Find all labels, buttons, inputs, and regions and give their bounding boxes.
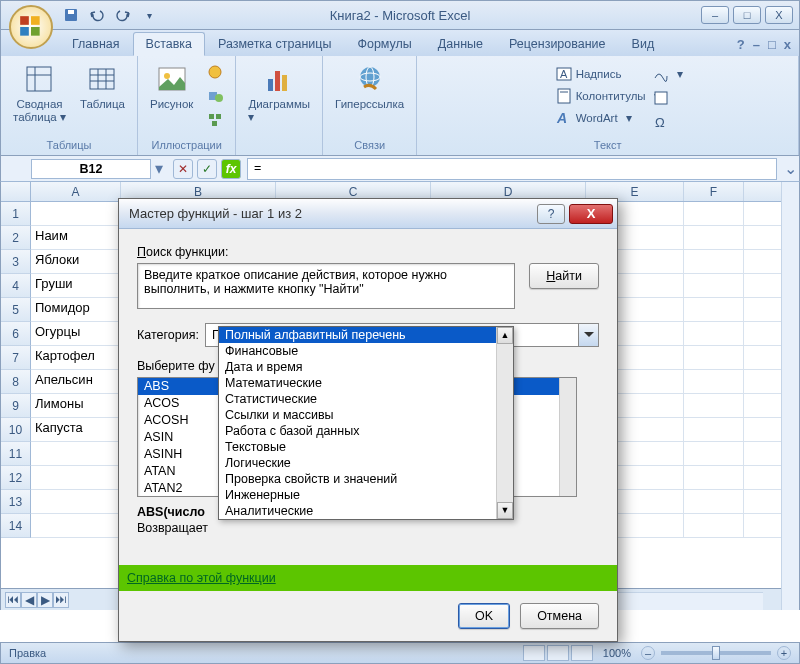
row-header-8[interactable]: 8 [1, 370, 31, 394]
symbol-button[interactable]: Ω [649, 112, 687, 132]
close-button[interactable]: X [765, 6, 793, 24]
row-header-3[interactable]: 3 [1, 250, 31, 274]
column-header-F[interactable]: F [684, 182, 744, 201]
formula-bar-expand-icon[interactable]: ⌄ [781, 159, 799, 178]
textbox-button[interactable]: AНадпись [552, 64, 664, 84]
insert-function-button[interactable]: fx [221, 159, 241, 179]
save-icon[interactable] [61, 5, 81, 25]
dropdown-item[interactable]: Математические [219, 375, 496, 391]
cell-F1[interactable] [684, 202, 744, 225]
dropdown-item[interactable]: Проверка свойств и значений [219, 471, 496, 487]
cell-A6[interactable]: Огурцы [31, 322, 121, 345]
cell-A7[interactable]: Картофел [31, 346, 121, 369]
search-input[interactable]: Введите краткое описание действия, котор… [137, 263, 515, 309]
dropdown-item[interactable]: Дата и время [219, 359, 496, 375]
object-button[interactable] [649, 88, 687, 108]
cell-F5[interactable] [684, 298, 744, 321]
office-button[interactable] [9, 5, 53, 49]
row-header-9[interactable]: 9 [1, 394, 31, 418]
dialog-titlebar[interactable]: Мастер функций - шаг 1 из 2 ? X [119, 199, 617, 229]
normal-view-button[interactable] [523, 645, 545, 661]
wordart-button[interactable]: AWordArt▾ [552, 108, 664, 128]
ok-button[interactable]: OK [458, 603, 510, 629]
category-dropdown[interactable]: Полный алфавитный переченьФинансовыеДата… [218, 326, 514, 520]
dropdown-item[interactable]: Финансовые [219, 343, 496, 359]
sheet-nav-prev[interactable]: ◀ [21, 592, 37, 608]
sheet-nav-last[interactable]: ⏭ [53, 592, 69, 608]
ribbon-tab-2[interactable]: Разметка страницы [205, 32, 344, 56]
cell-A10[interactable]: Капуста [31, 418, 121, 441]
formula-cancel-button[interactable]: ✕ [173, 159, 193, 179]
dropdown-item[interactable]: Логические [219, 455, 496, 471]
chevron-down-icon[interactable] [578, 324, 598, 346]
ribbon-tab-6[interactable]: Вид [619, 32, 668, 56]
scroll-up-icon[interactable]: ▲ [497, 327, 513, 344]
cell-F8[interactable] [684, 370, 744, 393]
sheet-nav-next[interactable]: ▶ [37, 592, 53, 608]
cancel-button[interactable]: Отмена [520, 603, 599, 629]
cell-F7[interactable] [684, 346, 744, 369]
cell-A4[interactable]: Груши [31, 274, 121, 297]
pivot-table-button[interactable]: Своднаятаблица ▾ [9, 60, 70, 125]
sheet-nav-first[interactable]: ⏮ [5, 592, 21, 608]
undo-icon[interactable] [87, 5, 107, 25]
name-box[interactable]: B12 [31, 159, 151, 179]
hyperlink-button[interactable]: Гиперссылка [331, 60, 408, 112]
ribbon-tab-5[interactable]: Рецензирование [496, 32, 619, 56]
cell-A12[interactable] [31, 466, 121, 489]
cell-F4[interactable] [684, 274, 744, 297]
dropdown-item[interactable]: Инженерные [219, 487, 496, 503]
cell-A1[interactable] [31, 202, 121, 225]
page-layout-view-button[interactable] [547, 645, 569, 661]
ribbon-help-icon[interactable]: ? [737, 37, 745, 52]
row-header-14[interactable]: 14 [1, 514, 31, 538]
cell-A5[interactable]: Помидор [31, 298, 121, 321]
row-header-4[interactable]: 4 [1, 274, 31, 298]
scroll-down-icon[interactable]: ▼ [497, 502, 513, 519]
zoom-grip[interactable] [712, 646, 720, 660]
ribbon-tab-1[interactable]: Вставка [133, 32, 205, 56]
picture-button[interactable]: Рисунок [146, 60, 197, 112]
maximize-button[interactable]: □ [733, 6, 761, 24]
ribbon-tab-3[interactable]: Формулы [344, 32, 424, 56]
cell-F11[interactable] [684, 442, 744, 465]
cell-A13[interactable] [31, 490, 121, 513]
table-button[interactable]: Таблица [76, 60, 129, 112]
cell-F3[interactable] [684, 250, 744, 273]
cell-A14[interactable] [31, 514, 121, 537]
cell-F10[interactable] [684, 418, 744, 441]
clipart-button[interactable] [203, 62, 227, 82]
smartart-button[interactable] [203, 110, 227, 130]
minimize-button[interactable]: – [701, 6, 729, 24]
row-header-10[interactable]: 10 [1, 418, 31, 442]
dialog-help-button[interactable]: ? [537, 204, 565, 224]
cell-A2[interactable]: Наим [31, 226, 121, 249]
row-header-5[interactable]: 5 [1, 298, 31, 322]
namebox-dropdown-icon[interactable]: ▾ [151, 159, 167, 178]
cell-F9[interactable] [684, 394, 744, 417]
formula-input[interactable]: = [247, 158, 777, 180]
mdi-minimize[interactable]: – [753, 37, 760, 52]
cell-A11[interactable] [31, 442, 121, 465]
zoom-in-button[interactable]: + [777, 646, 791, 660]
sheet-nav-buttons[interactable]: ⏮◀▶⏭ [5, 592, 69, 608]
find-button[interactable]: Найти [529, 263, 599, 289]
cell-F13[interactable] [684, 490, 744, 513]
signature-button[interactable]: ▾ [649, 64, 687, 84]
dialog-close-button[interactable]: X [569, 204, 613, 224]
dropdown-scrollbar[interactable]: ▲ ▼ [496, 327, 513, 519]
select-all-corner[interactable] [1, 182, 31, 201]
page-break-view-button[interactable] [571, 645, 593, 661]
ribbon-tab-0[interactable]: Главная [59, 32, 133, 56]
dropdown-item[interactable]: Текстовые [219, 439, 496, 455]
cell-F2[interactable] [684, 226, 744, 249]
redo-icon[interactable] [113, 5, 133, 25]
charts-button[interactable]: Диаграммы▾ [244, 60, 314, 126]
dropdown-item[interactable]: Статистические [219, 391, 496, 407]
row-header-1[interactable]: 1 [1, 202, 31, 226]
listbox-scrollbar[interactable] [559, 378, 576, 496]
row-header-13[interactable]: 13 [1, 490, 31, 514]
cell-A3[interactable]: Яблоки [31, 250, 121, 273]
mdi-restore[interactable]: □ [768, 37, 776, 52]
cell-F12[interactable] [684, 466, 744, 489]
